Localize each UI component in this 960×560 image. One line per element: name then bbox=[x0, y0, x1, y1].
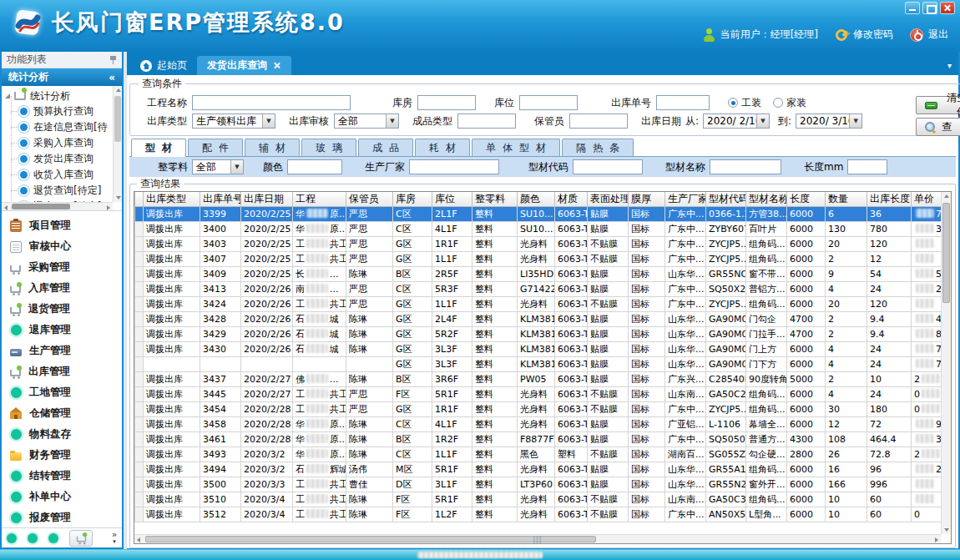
tree-item[interactable]: 发货出库查询 bbox=[5, 151, 112, 167]
column-header[interactable]: 型材名称 bbox=[746, 192, 787, 207]
material-tab-耗材[interactable]: 耗材 bbox=[415, 139, 470, 156]
tab-home[interactable]: 起始页 bbox=[130, 56, 197, 75]
column-header[interactable]: 颜色 bbox=[518, 192, 555, 207]
tree-expander-icon[interactable] bbox=[5, 93, 10, 98]
column-header[interactable]: 单价 bbox=[912, 192, 942, 207]
sidebar-item-采购管理[interactable]: 采购管理 bbox=[2, 257, 122, 278]
table-row[interactable]: 调拨出库34942020/3/2石辉城汤伟M区5R1F整料光身料6063-T5贴… bbox=[135, 462, 942, 477]
column-header[interactable]: 出库日期 bbox=[241, 192, 293, 207]
sidebar-item-审核中心[interactable]: 审核中心 bbox=[2, 236, 122, 257]
sidebar-item-入库管理[interactable]: 入库管理 bbox=[2, 278, 122, 299]
table-row[interactable]: 调拨出库34002020/2/25华原...严思C区4L1F整料SU10...6… bbox=[135, 222, 942, 237]
scroll-up-icon[interactable] bbox=[944, 194, 949, 198]
column-header[interactable]: 表面处理 bbox=[588, 192, 629, 207]
column-header[interactable]: 出库长度 bbox=[867, 192, 912, 207]
row-selector[interactable] bbox=[135, 447, 144, 462]
table-row[interactable]: 调拨出库34282020/2/26石城陈琳G区2L4F整料KLM38176063… bbox=[135, 312, 942, 327]
tree-item[interactable]: 采购入库查询 bbox=[5, 135, 112, 151]
scrollbar-thumb[interactable] bbox=[145, 536, 596, 542]
sidebar-item-出库管理[interactable]: 出库管理 bbox=[2, 361, 122, 382]
table-row[interactable]: 调拨出库34072020/2/25工共工程严思G区1L1F整料光身料6063-T… bbox=[135, 252, 942, 267]
tree-item[interactable]: 退货查询[待定] bbox=[5, 183, 112, 199]
location-input[interactable] bbox=[519, 95, 578, 110]
table-row[interactable]: 调拨出库34582020/2/28华原...陈琳C区4L1F整料光身料6063-… bbox=[135, 417, 942, 432]
cart-quick-button[interactable] bbox=[69, 530, 93, 547]
row-selector[interactable] bbox=[135, 222, 144, 237]
row-selector[interactable] bbox=[135, 417, 144, 432]
table-row[interactable]: 调拨出库35122020/3/4工共工程陈琳F区1L2F整料光身料6063-T5… bbox=[135, 507, 942, 522]
maker-input[interactable] bbox=[409, 159, 499, 174]
row-selector[interactable] bbox=[135, 297, 144, 312]
profile-name-input[interactable] bbox=[710, 159, 781, 174]
tree-horizontal-scrollbar[interactable] bbox=[2, 202, 113, 210]
row-selector[interactable] bbox=[135, 327, 144, 342]
tree-item[interactable]: 预算执行查询 bbox=[5, 103, 112, 119]
close-icon[interactable] bbox=[940, 2, 955, 14]
column-header[interactable]: 材质 bbox=[555, 192, 588, 207]
table-row[interactable]: 调拨出库34932020/3/2华原...陈琳C区1L1F整料黑色塑料不贴膜国标… bbox=[135, 447, 942, 462]
table-row[interactable]: 调拨出库34032020/2/25工共工程严思G区1R1F整料光身料6063-T… bbox=[135, 237, 942, 252]
change-password-link[interactable]: 修改密码 bbox=[853, 28, 893, 42]
column-header[interactable]: 数量 bbox=[826, 192, 867, 207]
maximize-icon[interactable] bbox=[922, 2, 937, 14]
quick-dot-icon[interactable] bbox=[48, 533, 58, 543]
grid-horizontal-scrollbar[interactable]: ||| bbox=[134, 534, 941, 543]
column-header[interactable]: 长度 bbox=[787, 192, 826, 207]
clear-conditions-button[interactable]: 清空条件 bbox=[916, 96, 960, 114]
out-no-input[interactable] bbox=[656, 95, 710, 110]
profile-code-input[interactable] bbox=[573, 159, 643, 174]
column-header[interactable]: 工程 bbox=[293, 192, 346, 207]
row-selector[interactable] bbox=[135, 282, 144, 297]
table-row[interactable]: 调拨出库35002020/3/3工共工程曹佳D区3L1F整料LT3P606063… bbox=[135, 477, 942, 492]
table-row[interactable]: 调拨出库34242020/2/26工共工程严思G区1L1F整料光身料6063-T… bbox=[135, 297, 942, 312]
scroll-left-icon[interactable] bbox=[4, 205, 8, 210]
column-header[interactable]: 生产厂家 bbox=[665, 192, 706, 207]
sidebar-item-财务管理[interactable]: 财务管理 bbox=[2, 445, 122, 466]
scroll-right-icon[interactable] bbox=[935, 537, 938, 542]
table-row[interactable]: 调拨出库33992020/2/25华原...严思C区2L1F整料SU10...6… bbox=[135, 207, 942, 222]
minimize-icon[interactable] bbox=[905, 2, 920, 14]
row-selector[interactable] bbox=[135, 462, 144, 477]
logout-button[interactable]: 退出 bbox=[928, 28, 948, 42]
tab-close-icon[interactable] bbox=[272, 61, 281, 70]
row-selector[interactable] bbox=[135, 357, 144, 372]
table-row[interactable]: 调拨出库34132020/2/26南...严思C区5R3F整料G71422606… bbox=[135, 282, 942, 297]
table-row[interactable]: 调拨出库34092020/2/25长...陈琳B区2R5F整料LI35HD606… bbox=[135, 267, 942, 282]
column-header[interactable]: 出库单号 bbox=[200, 192, 241, 207]
out-type-select[interactable]: 生产领料出库 ▼ bbox=[192, 114, 275, 129]
collapse-icon[interactable]: « bbox=[109, 72, 115, 83]
sidebar-item-物料盘存[interactable]: 物料盘存 bbox=[2, 424, 122, 445]
keeper-input[interactable] bbox=[569, 114, 628, 129]
table-row[interactable]: 调拨出库34292020/2/26石城陈琳G区5R2F整料KLM38176063… bbox=[135, 327, 942, 342]
sidebar-item-工地管理[interactable]: 工地管理 bbox=[2, 382, 122, 403]
row-selector[interactable] bbox=[135, 207, 144, 222]
pin-icon[interactable] bbox=[109, 55, 117, 65]
column-header[interactable]: 库位 bbox=[432, 192, 472, 207]
material-tab-配件[interactable]: 配件 bbox=[188, 139, 243, 156]
column-header[interactable]: 库房 bbox=[393, 192, 432, 207]
tab-shipment-query[interactable]: 发货出库查询 bbox=[197, 56, 291, 75]
tree-item[interactable]: 在途信息查询[待 bbox=[5, 119, 112, 135]
search-button[interactable]: 查 询 bbox=[916, 118, 960, 136]
warehouse-input[interactable] bbox=[417, 95, 476, 110]
column-header[interactable]: 整零料 bbox=[472, 192, 518, 207]
tree-vertical-scrollbar[interactable] bbox=[113, 86, 122, 202]
row-selector[interactable] bbox=[135, 252, 144, 267]
jiazhuang-radio-label[interactable]: 家装 bbox=[786, 96, 806, 110]
tree-item[interactable]: 收货入库查询 bbox=[5, 167, 112, 183]
sidebar-item-项目管理[interactable]: 项目管理 bbox=[2, 215, 122, 236]
column-header[interactable]: 型材代码 bbox=[706, 192, 746, 207]
sidebar-item-仓储管理[interactable]: 仓储管理 bbox=[2, 403, 122, 424]
project-name-input[interactable] bbox=[192, 95, 351, 110]
quick-dot-icon[interactable] bbox=[28, 533, 38, 543]
more-menus-button[interactable]: » ▾ bbox=[112, 532, 117, 545]
row-selector[interactable] bbox=[135, 342, 144, 357]
material-tab-成品[interactable]: 成品 bbox=[358, 139, 413, 156]
scroll-down-icon[interactable] bbox=[944, 528, 949, 532]
row-selector[interactable] bbox=[135, 237, 144, 252]
scrollbar-thumb[interactable] bbox=[12, 204, 70, 209]
gongzhuang-radio[interactable] bbox=[728, 98, 738, 108]
sidebar-item-结转管理[interactable]: 结转管理 bbox=[2, 466, 122, 487]
row-selector[interactable] bbox=[135, 267, 144, 282]
row-selector[interactable] bbox=[135, 402, 144, 417]
